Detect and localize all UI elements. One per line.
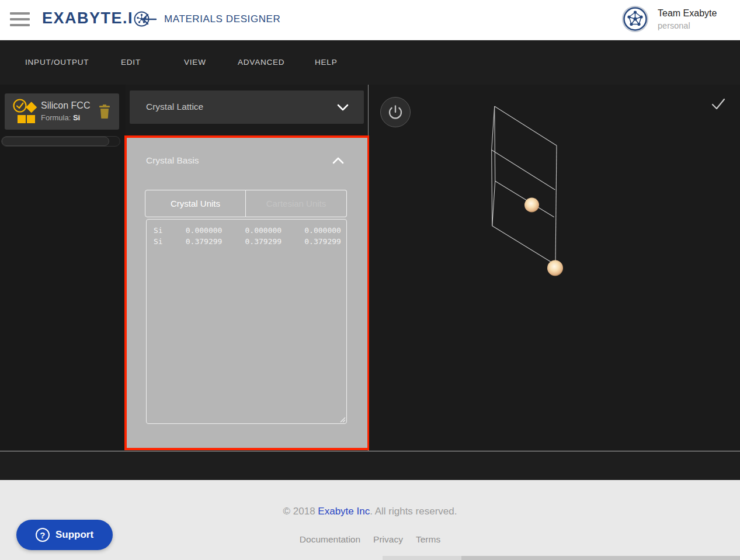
material-name: Silicon FCC [41, 100, 90, 111]
link-terms[interactable]: Terms [416, 534, 440, 545]
account-name: Team Exabyte [658, 8, 734, 19]
crystal-lattice-title: Crystal Lattice [146, 102, 203, 112]
exabyte-logo[interactable]: EXABYTE.I [42, 9, 150, 27]
editor-column: Crystal Lattice Crystal Basis Crystal Un… [126, 85, 369, 451]
sidebar-scrollbar-track [1, 136, 120, 147]
formula-label: Formula: [41, 113, 73, 122]
hamburger-menu-icon[interactable] [10, 12, 30, 26]
back-arrow-icon[interactable] [141, 13, 157, 26]
crystal-basis-title: Crystal Basis [146, 155, 199, 166]
account-menu[interactable]: Team Exabyte personal [622, 6, 734, 32]
copyright-suffix: . All rights reserved. [370, 506, 457, 517]
chevron-down-icon[interactable] [337, 104, 349, 111]
content-area: Silicon FCC Formula: Si Crystal Lattice [0, 85, 740, 451]
menu-input-output[interactable]: INPUT/OUTPUT [25, 40, 89, 85]
menu-view[interactable]: VIEW [184, 40, 206, 85]
crystal-lattice-header[interactable]: Crystal Lattice [130, 91, 364, 124]
link-privacy[interactable]: Privacy [373, 534, 403, 545]
basis-coordinates-input[interactable]: Si 0.000000 0.000000 0.000000 Si 0.37929… [146, 219, 347, 424]
material-formula: Formula: Si [41, 113, 80, 122]
menu-edit[interactable]: EDIT [121, 40, 141, 85]
copyright-text: © 2018 Exabyte Inc. All rights reserved. [0, 506, 740, 517]
avatar [622, 6, 648, 32]
menubar: INPUT/OUTPUT EDIT VIEW ADVANCED HELP [0, 40, 740, 85]
question-mark-icon: ? [36, 528, 50, 542]
company-link[interactable]: Exabyte Inc [318, 506, 370, 517]
logo-text: EXABYTE.I [42, 9, 133, 27]
avatar-ball-icon [623, 7, 647, 31]
sidebar-scrollbar-thumb[interactable] [2, 137, 109, 146]
support-label: Support [55, 529, 93, 541]
units-tab-group: Crystal Units Cartesian Units [145, 190, 347, 217]
crystal-cell-wireframe [369, 85, 740, 451]
lower-dark-band [0, 451, 740, 480]
tab-crystal-units[interactable]: Crystal Units [145, 190, 246, 217]
atom-si-2 [547, 260, 563, 276]
account-type: personal [658, 21, 734, 30]
menu-help[interactable]: HELP [315, 40, 337, 85]
account-text: Team Exabyte personal [658, 8, 734, 30]
header: EXABYTE.I MATERIALS DESIGNER [0, 0, 740, 40]
page-title: MATERIALS DESIGNER [164, 13, 280, 25]
support-button[interactable]: ? Support [16, 520, 113, 550]
menu-advanced[interactable]: ADVANCED [238, 40, 284, 85]
copyright-prefix: © 2018 [283, 506, 318, 517]
atom-si-1 [524, 198, 539, 213]
tab-cartesian-units[interactable]: Cartesian Units [246, 190, 347, 217]
viewer-3d-canvas[interactable] [369, 85, 740, 451]
bottom-scrollbar-thumb[interactable] [461, 556, 740, 560]
materials-designer-app: EXABYTE.I MATERIALS DESIGNER [0, 0, 740, 560]
save-check-icon[interactable] [711, 97, 726, 111]
materials-sidebar: Silicon FCC Formula: Si [0, 85, 126, 451]
link-documentation[interactable]: Documentation [300, 534, 360, 545]
chevron-up-icon[interactable] [332, 157, 344, 164]
material-list-item[interactable]: Silicon FCC Formula: Si [5, 93, 119, 130]
delete-material-icon[interactable] [98, 103, 111, 119]
material-set-icon [12, 98, 40, 126]
crystal-basis-panel: Crystal Basis Crystal Units Cartesian Un… [124, 135, 370, 450]
footer: © 2018 Exabyte Inc. All rights reserved.… [0, 480, 740, 560]
formula-value: Si [73, 113, 80, 122]
